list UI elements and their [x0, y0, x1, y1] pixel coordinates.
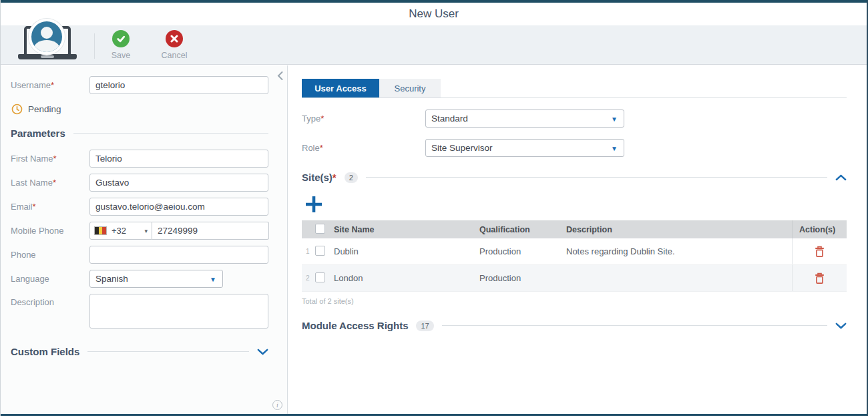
user-laptop-icon: [18, 19, 79, 61]
title-bar: New User: [1, 3, 867, 25]
page-title: New User: [409, 7, 459, 21]
select-all-cell: [315, 224, 334, 236]
qualification-cell: Production: [479, 273, 566, 283]
tab-security[interactable]: Security: [379, 79, 441, 97]
email-row: Email*: [11, 198, 268, 216]
email-label: Email*: [11, 202, 89, 212]
status-row: Pending: [11, 102, 268, 116]
user-details-panel: Username* Pending Parameters First Name*…: [1, 65, 288, 414]
type-row: Type* Standard ▼: [302, 110, 847, 128]
sites-collapse-button[interactable]: [835, 174, 847, 181]
username-row: Username*: [11, 76, 268, 94]
role-select[interactable]: Site Supervisor ▼: [425, 139, 624, 157]
last-name-label: Last Name*: [11, 178, 89, 188]
new-user-window: New User Save Cancel: [0, 0, 868, 416]
save-check-icon: [112, 30, 130, 47]
select-all-checkbox[interactable]: [315, 224, 325, 234]
role-label: Role*: [302, 143, 425, 153]
mobile-phone-row: Mobile Phone +32 ▾: [11, 222, 268, 240]
phone-input[interactable]: [89, 246, 268, 264]
country-code-select[interactable]: +32 ▾: [89, 222, 152, 240]
mobile-phone-input[interactable]: [152, 222, 269, 240]
module-access-expand-button[interactable]: [835, 323, 847, 329]
cancel-button-label: Cancel: [162, 51, 188, 60]
col-site-name: Site Name: [334, 225, 479, 234]
language-select[interactable]: Spanish ▼: [89, 270, 223, 288]
save-button-label: Save: [112, 51, 131, 60]
custom-fields-section-header: Custom Fields: [11, 346, 268, 357]
chevron-down-icon: [835, 323, 847, 329]
sites-count-badge: 2: [345, 172, 358, 183]
col-actions: Action(s): [792, 220, 847, 238]
type-select[interactable]: Standard ▼: [425, 110, 624, 128]
toolbar: Save Cancel: [1, 25, 867, 65]
laptop-base-icon: [18, 54, 77, 59]
module-access-section-header: Module Access Rights 17: [302, 320, 847, 331]
custom-fields-title: Custom Fields: [11, 346, 79, 357]
panel-collapse-icon[interactable]: [276, 71, 284, 83]
language-value: Spanish: [95, 274, 128, 284]
delete-site-button[interactable]: [815, 246, 825, 258]
chevron-down-icon: ▼: [210, 275, 216, 282]
site-name-cell: Dublin: [334, 246, 479, 256]
add-site-button[interactable]: [303, 194, 324, 215]
tab-bar: User Access Security: [302, 79, 847, 98]
role-row: Role* Site Supervisor ▼: [302, 139, 847, 157]
access-panel: User Access Security Type* Standard ▼ Ro…: [288, 65, 867, 414]
belgium-flag-icon: [94, 226, 107, 235]
description-label: Description: [11, 294, 89, 307]
sites-title: Site(s)*: [302, 172, 337, 183]
email-field[interactable]: [89, 198, 268, 216]
last-name-row: Last Name*: [11, 174, 268, 192]
tab-user-access[interactable]: User Access: [302, 79, 379, 97]
mobile-phone-label: Mobile Phone: [11, 226, 89, 236]
phone-label: Phone: [11, 250, 89, 260]
chevron-down-icon: ▼: [611, 144, 618, 152]
main-content: Username* Pending Parameters First Name*…: [1, 65, 867, 414]
custom-fields-expand-button[interactable]: [257, 349, 268, 355]
toolbar-divider: [94, 33, 95, 59]
cancel-button[interactable]: Cancel: [154, 30, 194, 60]
role-value: Site Supervisor: [431, 143, 493, 153]
trash-icon: [815, 272, 825, 284]
row-index: 1: [302, 248, 315, 255]
sites-total-text: Total of 2 site(s): [302, 297, 847, 305]
module-access-title: Module Access Rights: [302, 320, 408, 331]
chevron-down-icon: [257, 349, 268, 355]
username-label: Username*: [11, 80, 89, 90]
col-description: Description: [566, 225, 792, 234]
mobile-phone-group: +32 ▾: [89, 222, 269, 240]
plus-icon: [304, 194, 324, 214]
avatar-icon: [29, 19, 65, 55]
country-code-value: +32: [112, 226, 126, 236]
save-button[interactable]: Save: [101, 30, 141, 60]
row-checkbox[interactable]: [315, 246, 325, 256]
delete-site-button[interactable]: [815, 272, 825, 284]
site-name-cell: London: [334, 273, 479, 283]
language-row: Language Spanish ▼: [11, 270, 268, 288]
first-name-label: First Name*: [11, 154, 89, 164]
first-name-input[interactable]: [89, 150, 268, 168]
parameters-title: Parameters: [11, 128, 65, 139]
phone-row: Phone: [11, 246, 268, 264]
trash-icon: [815, 246, 825, 258]
module-access-count-badge: 17: [416, 321, 433, 331]
language-label: Language: [11, 274, 89, 284]
type-value: Standard: [431, 114, 468, 124]
info-icon[interactable]: i: [272, 400, 282, 410]
country-code-arrow-icon: ▾: [144, 228, 148, 234]
col-qualification: Qualification: [479, 225, 566, 234]
sites-table: Site Name Qualification Description Acti…: [302, 220, 847, 292]
row-checkbox[interactable]: [315, 272, 325, 282]
description-cell: Notes regarding Dublin Site.: [566, 246, 792, 256]
table-row: 1 Dublin Production Notes regarding Dubl…: [302, 238, 847, 265]
chevron-up-icon: [835, 174, 847, 181]
description-textarea[interactable]: [89, 294, 268, 329]
parameters-section-header: Parameters: [11, 128, 268, 139]
table-row: 2 London Production: [302, 265, 847, 292]
username-input[interactable]: [89, 76, 268, 94]
pending-clock-icon: [11, 103, 23, 115]
last-name-input[interactable]: [89, 174, 268, 192]
qualification-cell: Production: [479, 246, 566, 256]
row-index: 2: [302, 274, 315, 282]
